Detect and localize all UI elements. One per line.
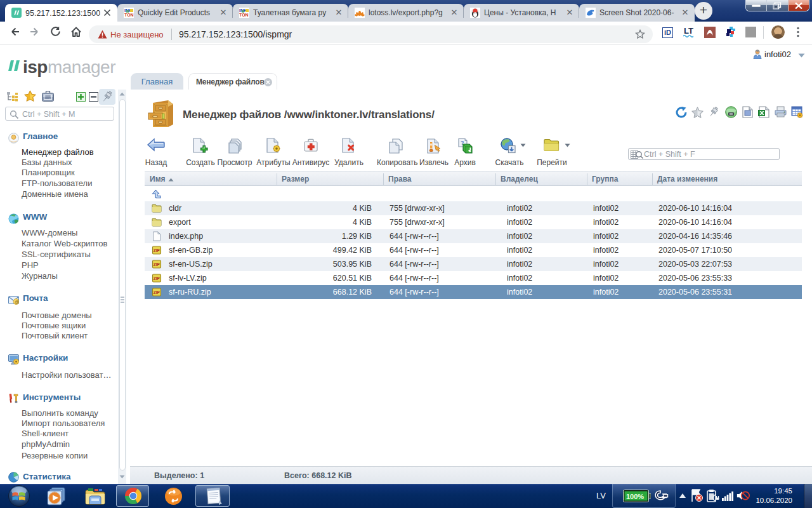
svg-text:TON: TON	[239, 13, 249, 17]
svg-text:ZIP: ZIP	[154, 290, 160, 295]
svg-text:TON: TON	[124, 13, 134, 17]
svg-text:100%: 100%	[626, 493, 644, 500]
svg-text:ZIP: ZIP	[154, 262, 160, 267]
svg-text:ZIP: ZIP	[154, 276, 160, 281]
svg-text:@: @	[15, 299, 19, 304]
svg-text:ZIP: ZIP	[154, 248, 160, 253]
